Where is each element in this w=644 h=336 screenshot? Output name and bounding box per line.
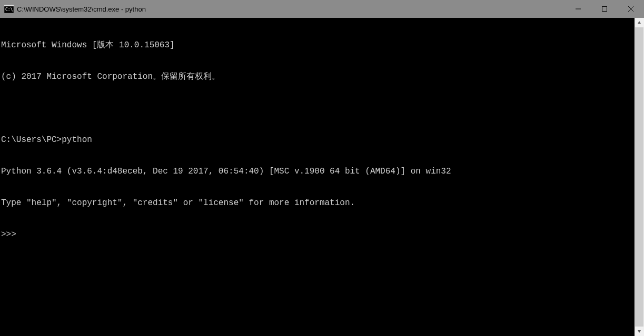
terminal-line [1,103,635,114]
terminal-line: (c) 2017 Microsoft Corporation。保留所有权利。 [1,72,635,82]
window-title: C:\WINDOWS\system32\cmd.exe - python [17,5,146,13]
vertical-scrollbar[interactable] [635,18,644,336]
terminal-line: Microsoft Windows [版本 10.0.15063] [1,40,635,50]
svg-marker-7 [638,21,641,24]
cmd-icon: C:\ [4,5,14,13]
window-controls [565,0,644,18]
scrollbar-thumb[interactable] [635,27,643,327]
terminal-line: Type "help", "copyright", "credits" or "… [1,198,635,208]
svg-text:C:\: C:\ [5,7,13,12]
prompt: C:\Users\PC> [1,135,62,145]
svg-marker-8 [638,330,641,333]
terminal-line: C:\Users\PC>python [1,135,635,145]
titlebar[interactable]: C:\ C:\WINDOWS\system32\cmd.exe - python [0,0,644,18]
scroll-up-button[interactable] [635,18,644,27]
command: python [62,135,92,145]
svg-rect-1 [4,5,14,6]
maximize-button[interactable] [591,0,618,18]
scrollbar-track[interactable] [635,27,644,327]
terminal-line: >>> [1,229,635,240]
scroll-down-button[interactable] [635,327,644,336]
svg-rect-4 [602,7,607,12]
terminal[interactable]: Microsoft Windows [版本 10.0.15063] (c) 20… [0,18,635,336]
close-button[interactable] [618,0,644,18]
terminal-container: Microsoft Windows [版本 10.0.15063] (c) 20… [0,18,644,336]
minimize-button[interactable] [565,0,591,18]
terminal-line: Python 3.6.4 (v3.6.4:d48eceb, Dec 19 201… [1,166,635,177]
